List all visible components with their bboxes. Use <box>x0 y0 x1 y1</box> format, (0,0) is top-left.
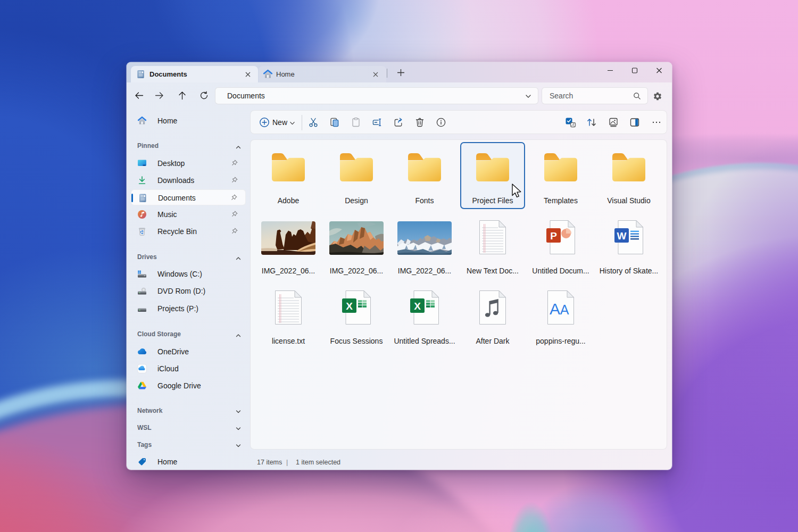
svg-text:W: W <box>617 230 627 242</box>
svg-text:X: X <box>414 301 421 312</box>
svg-text:P: P <box>550 230 557 242</box>
svg-text:A: A <box>550 300 560 318</box>
svg-text:X: X <box>346 301 353 312</box>
svg-text:A: A <box>560 302 569 317</box>
